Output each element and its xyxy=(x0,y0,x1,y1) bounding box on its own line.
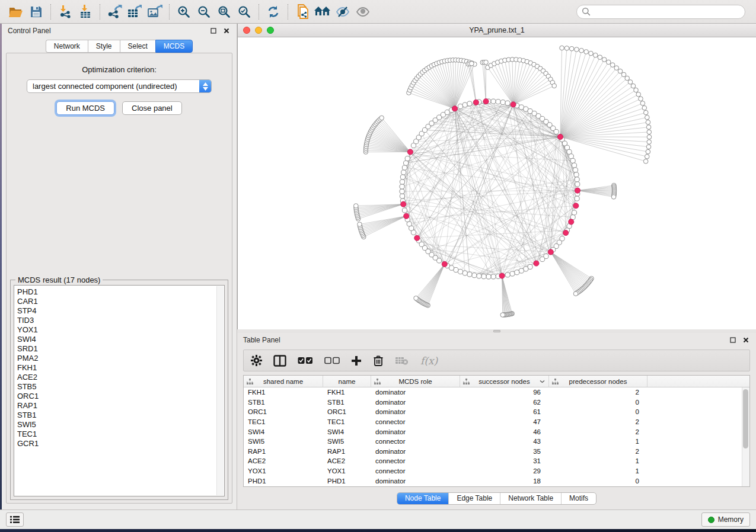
mcds-result-item[interactable]: SWI5 xyxy=(17,420,224,430)
network-node[interactable] xyxy=(353,204,358,209)
export-network-icon[interactable] xyxy=(104,3,125,21)
network-node[interactable] xyxy=(400,189,404,194)
mcds-result-item[interactable]: STB5 xyxy=(17,382,224,392)
network-node[interactable] xyxy=(611,195,616,200)
network-node[interactable] xyxy=(407,222,412,226)
mcds-hub-node[interactable] xyxy=(557,134,563,139)
mcds-result-item[interactable]: PMA2 xyxy=(17,354,224,363)
network-node[interactable] xyxy=(458,104,462,108)
mcds-result-item[interactable]: GCR1 xyxy=(17,439,224,448)
mcds-hub-node[interactable] xyxy=(499,273,505,278)
network-node[interactable] xyxy=(400,175,405,180)
table-row[interactable]: PHD1PHD1dominator180 xyxy=(244,476,749,486)
network-node[interactable] xyxy=(470,61,474,66)
network-node[interactable] xyxy=(628,80,633,85)
network-node[interactable] xyxy=(519,268,524,273)
column-header-name[interactable]: name xyxy=(323,376,371,387)
network-node[interactable] xyxy=(554,129,559,134)
network-node[interactable] xyxy=(486,274,491,279)
mcds-result-item[interactable]: TEC1 xyxy=(17,430,224,439)
network-node[interactable] xyxy=(575,182,580,187)
show-graphics-details-icon[interactable] xyxy=(353,3,373,21)
table-row[interactable]: SWI4SWI4dominator462 xyxy=(244,427,749,437)
network-node[interactable] xyxy=(564,46,569,51)
network-node[interactable] xyxy=(462,271,467,275)
network-node[interactable] xyxy=(472,273,477,278)
network-node[interactable] xyxy=(458,269,462,274)
network-node[interactable] xyxy=(614,66,619,70)
refresh-icon[interactable] xyxy=(263,3,283,21)
network-node[interactable] xyxy=(647,140,652,145)
mcds-hub-node[interactable] xyxy=(401,201,406,207)
mcds-hub-node[interactable] xyxy=(548,249,553,255)
network-node[interactable] xyxy=(602,57,607,62)
criterion-dropdown[interactable]: largest connected component (undirected) xyxy=(27,79,212,93)
network-node[interactable] xyxy=(462,102,467,107)
mcds-hub-node[interactable] xyxy=(534,261,539,266)
close-panel-icon[interactable] xyxy=(222,27,231,35)
tab-select[interactable]: Select xyxy=(120,40,155,53)
network-node[interactable] xyxy=(646,149,650,154)
open-file-icon[interactable] xyxy=(6,3,26,21)
network-node[interactable] xyxy=(584,50,589,55)
network-node[interactable] xyxy=(646,145,651,149)
network-node[interactable] xyxy=(646,120,650,125)
search-input[interactable] xyxy=(594,8,740,16)
mcds-result-item[interactable]: STP4 xyxy=(17,306,224,316)
network-node[interactable] xyxy=(402,208,407,213)
network-window-titlebar[interactable]: YPA_prune.txt_1 xyxy=(238,24,756,37)
network-node[interactable] xyxy=(560,46,564,50)
network-node[interactable] xyxy=(643,159,648,164)
network-node[interactable] xyxy=(625,76,630,81)
table-row[interactable]: RAP1RAP1dominator352 xyxy=(244,447,749,457)
mcds-hub-node[interactable] xyxy=(511,102,516,107)
settings-icon[interactable] xyxy=(251,355,262,366)
show-columns-icon[interactable] xyxy=(273,355,286,367)
network-node[interactable] xyxy=(642,105,647,110)
mcds-hub-node[interactable] xyxy=(407,149,413,155)
mcds-hub-node[interactable] xyxy=(473,100,479,105)
table-row[interactable]: SWI5SWI5connector431 xyxy=(244,437,749,447)
network-node[interactable] xyxy=(640,101,645,106)
tab-mcds[interactable]: MCDS xyxy=(155,40,193,53)
scrollbar-thumb[interactable] xyxy=(743,389,748,448)
mcds-result-item[interactable]: STB1 xyxy=(17,411,224,420)
show-all-networks-icon[interactable] xyxy=(312,3,333,21)
network-node[interactable] xyxy=(572,163,576,168)
network-node[interactable] xyxy=(570,158,575,163)
table-row[interactable]: ORC1ORC1dominator610 xyxy=(244,407,749,417)
network-node[interactable] xyxy=(631,84,636,88)
network-node[interactable] xyxy=(491,99,496,104)
network-node[interactable] xyxy=(400,180,404,184)
add-column-icon[interactable] xyxy=(351,355,362,366)
network-node[interactable] xyxy=(496,100,500,104)
network-node[interactable] xyxy=(647,134,652,139)
select-all-icon[interactable] xyxy=(298,357,313,365)
zoom-out-icon[interactable] xyxy=(194,3,214,21)
network-node[interactable] xyxy=(402,165,407,170)
mcds-result-item[interactable]: FKH1 xyxy=(17,363,224,373)
close-panel-button[interactable]: Close panel xyxy=(122,101,182,115)
tab-style[interactable]: Style xyxy=(88,40,120,53)
horizontal-splitter[interactable] xyxy=(237,329,756,333)
save-session-icon[interactable] xyxy=(26,3,46,21)
column-header-successor-nodes[interactable]: successor nodes xyxy=(460,376,549,387)
export-table-icon[interactable] xyxy=(125,3,145,21)
tab-node-table[interactable]: Node Table xyxy=(397,493,449,504)
zoom-selected-icon[interactable] xyxy=(234,3,254,21)
column-header-predecessor-nodes[interactable]: predecessor nodes xyxy=(549,376,647,387)
mcds-result-item[interactable]: PHD1 xyxy=(17,287,224,297)
network-node[interactable] xyxy=(598,55,602,60)
network-node[interactable] xyxy=(645,115,650,120)
table-row[interactable]: STB1STB1dominator620 xyxy=(244,398,749,408)
network-node[interactable] xyxy=(477,274,481,278)
table-row[interactable]: FKH1FKH1dominator962 xyxy=(244,387,749,398)
network-canvas[interactable] xyxy=(238,37,756,329)
network-node[interactable] xyxy=(505,273,510,277)
network-node[interactable] xyxy=(610,63,615,68)
network-node[interactable] xyxy=(572,210,576,215)
network-node[interactable] xyxy=(500,313,505,318)
network-node[interactable] xyxy=(358,222,362,227)
mcds-hub-node[interactable] xyxy=(483,99,489,104)
network-node[interactable] xyxy=(505,101,510,105)
